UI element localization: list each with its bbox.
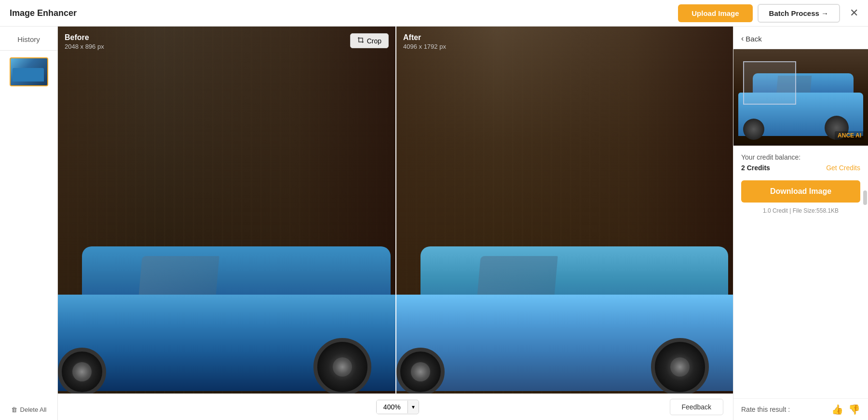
trash-icon: 🗑 — [11, 406, 17, 413]
scrollbar[interactable] — [863, 190, 867, 205]
car-wheel-front-before — [58, 348, 106, 396]
preview-container: ANCE AI — [733, 49, 868, 146]
rating-area: Rate this result : 👍 👎 — [733, 398, 868, 420]
watermark: ANCE AI — [835, 131, 864, 140]
after-panel: After 4096 x 1792 px — [395, 27, 733, 420]
header-left: Image Enhancer — [10, 8, 77, 18]
crop-icon — [357, 37, 364, 45]
history-thumb-image — [11, 58, 47, 85]
bottom-bar: 400% ▾ Feedback — [58, 393, 733, 420]
credit-area: Your credit balance: 2 Credits Get Credi… — [733, 146, 868, 176]
preview-image-scene: ANCE AI — [733, 49, 868, 146]
zoom-value-display: 400% — [377, 400, 407, 414]
back-button[interactable]: ‹ Back — [741, 34, 762, 43]
car-wheel-front-after — [396, 348, 445, 396]
chevron-left-icon: ‹ — [741, 34, 744, 43]
file-info: 1.0 Credit | File Size:558.1KB — [733, 207, 868, 219]
thumbs-up-button[interactable]: 👍 — [831, 404, 843, 415]
preview-selection-box — [743, 61, 796, 105]
header-actions: Upload Image Batch Process → ✕ — [678, 4, 858, 23]
image-comparison-area: Before 2048 x 896 px Crop — [58, 27, 733, 420]
preview-wheel-front — [743, 119, 764, 140]
get-credits-button[interactable]: Get Credits — [826, 164, 860, 172]
app-title: Image Enhancer — [10, 8, 77, 18]
sidebar: History 🗑 Delete All — [0, 27, 58, 420]
rating-buttons: 👍 👎 — [831, 404, 860, 415]
rate-result-label: Rate this result : — [741, 406, 790, 413]
upload-image-button[interactable]: Upload Image — [678, 4, 752, 22]
car-wheel-rear-before — [313, 338, 371, 396]
history-thumbnail[interactable] — [10, 57, 48, 86]
zoom-dropdown-button[interactable]: ▾ — [407, 401, 419, 413]
thumbs-down-button[interactable]: 👎 — [848, 404, 860, 415]
delete-all-button[interactable]: 🗑 Delete All — [11, 406, 47, 413]
before-label: Before 2048 x 896 px — [65, 33, 104, 50]
credit-balance-label: Your credit balance: — [741, 153, 860, 161]
zoom-control[interactable]: 400% ▾ — [376, 400, 419, 414]
car-body-after — [396, 208, 733, 391]
right-panel: ‹ Back ANCE AI Your cre — [733, 27, 868, 420]
after-label: After 4096 x 1792 px — [403, 33, 446, 50]
car-wheel-rear-after — [651, 338, 709, 396]
right-panel-header: ‹ Back — [733, 27, 868, 49]
before-panel: Before 2048 x 896 px Crop — [58, 27, 395, 420]
credit-row: 2 Credits Get Credits — [741, 164, 860, 172]
after-image — [396, 27, 733, 420]
history-tab[interactable]: History — [0, 27, 57, 51]
close-button[interactable]: ✕ — [850, 7, 858, 19]
credit-count: 2 Credits — [741, 164, 770, 172]
feedback-button[interactable]: Feedback — [670, 399, 723, 415]
batch-process-button[interactable]: Batch Process → — [758, 4, 840, 23]
header: Image Enhancer Upload Image Batch Proces… — [0, 0, 868, 27]
before-image — [58, 27, 395, 420]
download-image-button[interactable]: Download Image — [741, 180, 860, 203]
crop-button[interactable]: Crop — [350, 33, 389, 48]
main-content: History 🗑 Delete All — [0, 27, 868, 420]
sidebar-bottom: 🗑 Delete All — [0, 399, 57, 420]
car-body-before — [58, 208, 395, 391]
